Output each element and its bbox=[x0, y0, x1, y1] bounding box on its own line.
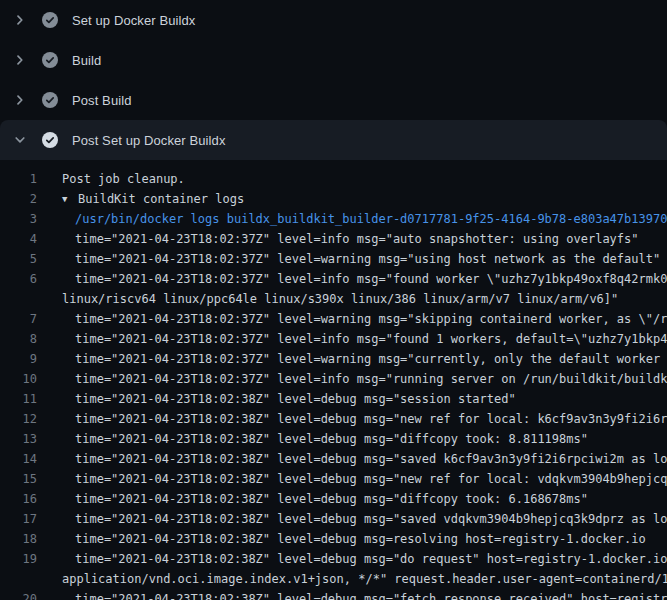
line-number[interactable]: 11 bbox=[0, 389, 37, 409]
log-command-text: /usr/bin/docker logs buildx_buildkit_bui… bbox=[62, 209, 667, 229]
step-row-build[interactable]: Build bbox=[0, 40, 667, 80]
log-text: time="2021-04-23T18:02:38Z" level=debug … bbox=[62, 549, 667, 569]
chevron-right-icon bbox=[12, 12, 28, 28]
log-line: 16time="2021-04-23T18:02:38Z" level=debu… bbox=[0, 489, 667, 509]
line-number[interactable]: 8 bbox=[0, 329, 37, 349]
line-number[interactable]: 16 bbox=[0, 489, 37, 509]
log-text-content: Post job cleanup. bbox=[62, 172, 185, 186]
step-label: Set up Docker Buildx bbox=[72, 13, 195, 28]
log-text-content: time="2021-04-23T18:02:37Z" level=warnin… bbox=[75, 312, 667, 326]
log-text-content: time="2021-04-23T18:02:37Z" level=info m… bbox=[75, 272, 667, 286]
step-label: Post Set up Docker Buildx bbox=[72, 133, 226, 148]
collapse-group-toggle[interactable]: ▼ bbox=[62, 189, 78, 209]
log-text-content: application/vnd.oci.image.index.v1+json,… bbox=[62, 572, 667, 586]
log-text: time="2021-04-23T18:02:37Z" level=info m… bbox=[62, 369, 667, 389]
step-label: Build bbox=[72, 53, 101, 68]
log-line: 13time="2021-04-23T18:02:38Z" level=debu… bbox=[0, 429, 667, 449]
log-text-content: time="2021-04-23T18:02:37Z" level=info m… bbox=[75, 232, 639, 246]
log-container: 1Post job cleanup.2▼BuildKit container l… bbox=[0, 160, 667, 600]
log-text-content: time="2021-04-23T18:02:38Z" level=debug … bbox=[75, 492, 588, 506]
log-line-continuation: linux/riscv64 linux/ppc64le linux/s390x … bbox=[0, 289, 667, 309]
line-number[interactable]: 1 bbox=[0, 169, 37, 189]
line-number[interactable]: 3 bbox=[0, 209, 37, 229]
log-line: 2▼BuildKit container logs bbox=[0, 189, 667, 209]
log-text: time="2021-04-23T18:02:37Z" level=warnin… bbox=[62, 309, 667, 329]
line-number[interactable]: 10 bbox=[0, 369, 37, 389]
log-text: time="2021-04-23T18:02:37Z" level=warnin… bbox=[62, 249, 660, 269]
log-line: 3/usr/bin/docker logs buildx_buildkit_bu… bbox=[0, 209, 667, 229]
log-line: 7time="2021-04-23T18:02:37Z" level=warni… bbox=[0, 309, 667, 329]
log-text-content: time="2021-04-23T18:02:38Z" level=debug … bbox=[75, 472, 667, 486]
success-check-icon bbox=[42, 92, 58, 108]
log-text: linux/riscv64 linux/ppc64le linux/s390x … bbox=[62, 289, 618, 309]
line-number[interactable]: 20 bbox=[0, 589, 37, 600]
log-text: time="2021-04-23T18:02:38Z" level=debug … bbox=[62, 429, 588, 449]
line-number[interactable]: 19 bbox=[0, 549, 37, 569]
step-row-post-build[interactable]: Post Build bbox=[0, 80, 667, 120]
log-text: time="2021-04-23T18:02:38Z" level=debug … bbox=[62, 589, 667, 600]
log-text: time="2021-04-23T18:02:37Z" level=info m… bbox=[62, 329, 667, 349]
log-line: 1Post job cleanup. bbox=[0, 169, 667, 189]
log-text-content: time="2021-04-23T18:02:38Z" level=debug … bbox=[75, 552, 667, 566]
line-number bbox=[0, 289, 37, 309]
log-text-content: time="2021-04-23T18:02:37Z" level=info m… bbox=[75, 372, 667, 386]
log-text-content: time="2021-04-23T18:02:38Z" level=debug … bbox=[75, 432, 588, 446]
step-label: Post Build bbox=[72, 93, 132, 108]
log-text-content: BuildKit container logs bbox=[78, 192, 244, 206]
log-text-content: time="2021-04-23T18:02:37Z" level=warnin… bbox=[75, 352, 667, 366]
log-text-content: time="2021-04-23T18:02:38Z" level=debug … bbox=[75, 452, 667, 466]
log-line: 17time="2021-04-23T18:02:38Z" level=debu… bbox=[0, 509, 667, 529]
log-text: time="2021-04-23T18:02:38Z" level=debug … bbox=[62, 529, 646, 549]
success-check-icon bbox=[42, 12, 58, 28]
line-number[interactable]: 5 bbox=[0, 249, 37, 269]
log-text: time="2021-04-23T18:02:38Z" level=debug … bbox=[62, 469, 667, 489]
step-row-set-up-docker-buildx[interactable]: Set up Docker Buildx bbox=[0, 0, 667, 40]
line-number[interactable]: 6 bbox=[0, 269, 37, 289]
log-text-content: time="2021-04-23T18:02:38Z" level=debug … bbox=[75, 512, 667, 526]
log-text: time="2021-04-23T18:02:37Z" level=warnin… bbox=[62, 349, 667, 369]
line-number[interactable]: 9 bbox=[0, 349, 37, 369]
log-text: time="2021-04-23T18:02:38Z" level=debug … bbox=[62, 409, 667, 429]
success-check-icon bbox=[42, 132, 58, 148]
line-number[interactable]: 15 bbox=[0, 469, 37, 489]
log-text: Post job cleanup. bbox=[62, 169, 185, 189]
log-line: 8time="2021-04-23T18:02:37Z" level=info … bbox=[0, 329, 667, 349]
line-number[interactable]: 17 bbox=[0, 509, 37, 529]
log-text: application/vnd.oci.image.index.v1+json,… bbox=[62, 569, 667, 589]
chevron-right-icon bbox=[12, 52, 28, 68]
log-line-continuation: application/vnd.oci.image.index.v1+json,… bbox=[0, 569, 667, 589]
log-line: 12time="2021-04-23T18:02:38Z" level=debu… bbox=[0, 409, 667, 429]
log-text-content: time="2021-04-23T18:02:38Z" level=debug … bbox=[75, 392, 516, 406]
log-line: 10time="2021-04-23T18:02:37Z" level=info… bbox=[0, 369, 667, 389]
chevron-down-icon bbox=[12, 132, 28, 148]
log-line: 15time="2021-04-23T18:02:38Z" level=debu… bbox=[0, 469, 667, 489]
actions-log-viewer: Set up Docker BuildxBuildPost BuildPost … bbox=[0, 0, 667, 600]
log-text-content: time="2021-04-23T18:02:37Z" level=warnin… bbox=[75, 252, 660, 266]
log-line: 6time="2021-04-23T18:02:37Z" level=info … bbox=[0, 269, 667, 289]
log-text-content: time="2021-04-23T18:02:38Z" level=debug … bbox=[75, 592, 667, 600]
log-line: 18time="2021-04-23T18:02:38Z" level=debu… bbox=[0, 529, 667, 549]
steps-list: Set up Docker BuildxBuildPost BuildPost … bbox=[0, 0, 667, 160]
log-text-content: linux/riscv64 linux/ppc64le linux/s390x … bbox=[62, 292, 618, 306]
log-text: time="2021-04-23T18:02:38Z" level=debug … bbox=[62, 489, 588, 509]
log-line: 11time="2021-04-23T18:02:38Z" level=debu… bbox=[0, 389, 667, 409]
line-number bbox=[0, 569, 37, 589]
log-text-content: time="2021-04-23T18:02:37Z" level=info m… bbox=[75, 332, 667, 346]
log-line: 5time="2021-04-23T18:02:37Z" level=warni… bbox=[0, 249, 667, 269]
line-number[interactable]: 2 bbox=[0, 189, 37, 209]
log-line: 9time="2021-04-23T18:02:37Z" level=warni… bbox=[0, 349, 667, 369]
log-text-content: /usr/bin/docker logs buildx_buildkit_bui… bbox=[75, 212, 667, 226]
log-text-content: time="2021-04-23T18:02:38Z" level=debug … bbox=[75, 532, 646, 546]
step-row-post-set-up-docker-buildx[interactable]: Post Set up Docker Buildx bbox=[0, 120, 667, 160]
line-number[interactable]: 13 bbox=[0, 429, 37, 449]
success-check-icon bbox=[42, 52, 58, 68]
log-line: 20time="2021-04-23T18:02:38Z" level=debu… bbox=[0, 589, 667, 600]
log-text: time="2021-04-23T18:02:38Z" level=debug … bbox=[62, 449, 667, 469]
line-number[interactable]: 18 bbox=[0, 529, 37, 549]
line-number[interactable]: 12 bbox=[0, 409, 37, 429]
log-line: 19time="2021-04-23T18:02:38Z" level=debu… bbox=[0, 549, 667, 569]
line-number[interactable]: 4 bbox=[0, 229, 37, 249]
line-number[interactable]: 14 bbox=[0, 449, 37, 469]
line-number[interactable]: 7 bbox=[0, 309, 37, 329]
log-text: time="2021-04-23T18:02:38Z" level=debug … bbox=[62, 389, 516, 409]
